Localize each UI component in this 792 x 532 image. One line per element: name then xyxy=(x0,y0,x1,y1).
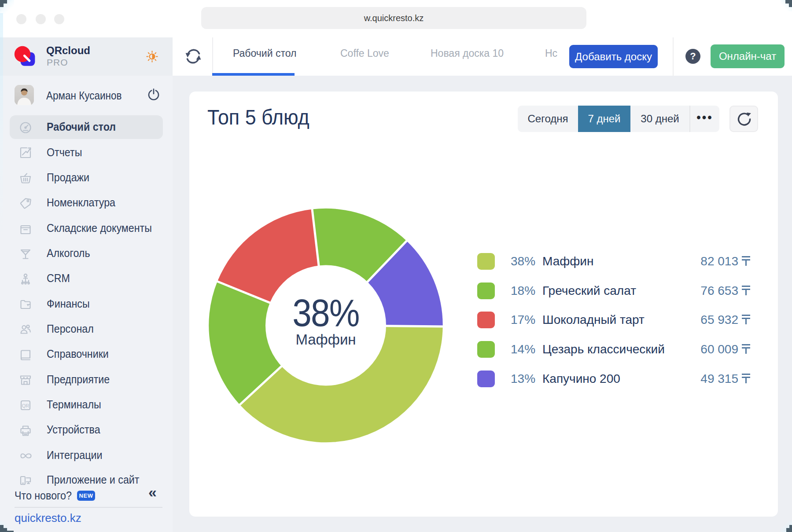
svg-text:QR: QR xyxy=(22,403,29,408)
